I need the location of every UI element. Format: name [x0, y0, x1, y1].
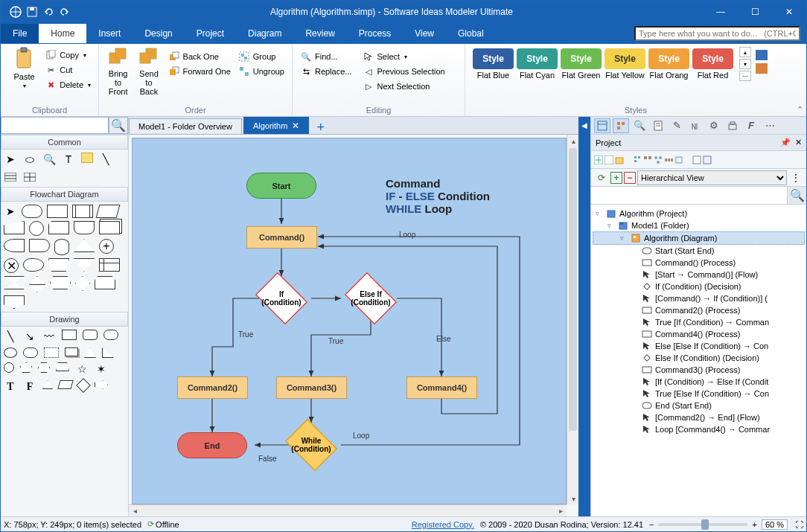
copy-button[interactable]: Copy ▾ [43, 48, 92, 62]
style-swatch[interactable]: Style [605, 48, 645, 69]
toolbox-search-input[interactable] [1, 117, 109, 134]
panel-btn-4[interactable] [650, 118, 666, 133]
add-tree-item-icon[interactable]: + [610, 172, 622, 184]
ribbon-tab-global[interactable]: Global [446, 24, 496, 43]
tree-row[interactable]: Start (Start End) [593, 245, 805, 257]
undo-icon[interactable] [41, 4, 56, 19]
draw-pentagon-icon[interactable] [20, 362, 32, 373]
tree-row[interactable]: Loop [Command4() → Commar [593, 423, 805, 435]
panel-btn-8[interactable] [724, 118, 741, 133]
style-swatch[interactable]: Style [692, 48, 733, 69]
proj-tb-6[interactable] [654, 156, 663, 164]
registered-link[interactable]: Registered Copy. [412, 520, 474, 529]
ribbon-tab-process[interactable]: Process [347, 24, 403, 43]
bring-to-front-button[interactable]: Bring to Front [105, 47, 131, 96]
toolbox-section-flowchart[interactable]: Flowchart Diagram [1, 187, 128, 202]
ribbon-collapse-icon[interactable]: ⌃ [797, 105, 803, 115]
sum-shape[interactable]: ✕ [4, 258, 19, 273]
database-shape[interactable] [54, 239, 69, 255]
table-tool-icon[interactable] [4, 170, 17, 184]
process-shape[interactable] [47, 205, 68, 218]
horizontal-scrollbar[interactable]: ◂ ▸ [129, 504, 567, 516]
line-tool-icon[interactable]: ╲ [99, 153, 112, 166]
style-swatch[interactable]: Style [561, 48, 602, 69]
remove-tree-item-icon[interactable]: − [624, 172, 636, 184]
ribbon-tab-project[interactable]: Project [185, 24, 236, 43]
project-tree[interactable]: ▿Algorithm (Project)▿Model1 (Folder)▿Alg… [591, 205, 806, 516]
draw-parallelogram-icon[interactable] [57, 380, 73, 389]
forward-one-button[interactable]: Forward One [167, 65, 232, 78]
pin-icon[interactable]: 📌 [780, 138, 791, 147]
sort-shape[interactable] [29, 276, 45, 292]
node-elseif[interactable]: Else If (Condition) [341, 276, 401, 321]
proj-tb-7[interactable] [664, 156, 673, 164]
prev-selection-button[interactable]: ◁Previous Selection [361, 65, 447, 78]
merge-shape[interactable] [74, 258, 95, 272]
zoom-value[interactable]: 60 % [762, 519, 788, 530]
ribbon-tab-design[interactable]: Design [133, 24, 184, 43]
tree-row[interactable]: ▿Model1 (Folder) [593, 219, 805, 231]
draw-text-icon[interactable]: T [4, 380, 17, 394]
extract-shape[interactable] [74, 239, 95, 252]
back-one-button[interactable]: Back One [167, 50, 232, 63]
panel-btn-1[interactable] [594, 118, 610, 133]
zoom-slider[interactable] [658, 523, 747, 526]
collate-shape[interactable] [4, 276, 25, 289]
toolbox-section-drawing[interactable]: Drawing [1, 312, 128, 327]
draw-roundrect-icon[interactable] [83, 330, 98, 340]
ribbon-tab-home[interactable]: Home [39, 24, 86, 43]
minimize-button[interactable]: — [704, 1, 738, 23]
toolbox-search-button[interactable]: 🔍 [109, 117, 128, 134]
ribbon-tab-view[interactable]: View [403, 24, 446, 43]
panel-btn-9[interactable]: F [743, 118, 759, 133]
draw-trapezoid-icon[interactable] [56, 362, 69, 371]
draw-rect-icon[interactable] [62, 330, 77, 340]
node-start[interactable]: Start [246, 173, 316, 199]
replace-button[interactable]: ⇆Replace... [299, 65, 354, 78]
draw-pill-icon[interactable] [103, 330, 118, 340]
tab-close-icon[interactable]: ✕ [292, 121, 299, 131]
panel-close-icon[interactable]: ✕ [795, 138, 802, 147]
send-to-back-button[interactable]: Send to Back [135, 47, 162, 96]
draw-arrow-icon[interactable]: ↘ [23, 330, 36, 343]
zoom-tool-icon[interactable]: 🔍 [42, 153, 56, 166]
draw-up-triangle-icon[interactable] [42, 380, 53, 389]
internal-storage-shape[interactable] [99, 258, 120, 272]
tree-expander-icon[interactable]: ▿ [620, 234, 628, 242]
document-shape[interactable] [74, 221, 95, 234]
draw-triangle-icon[interactable] [84, 347, 96, 358]
scroll-right-icon[interactable]: ▸ [555, 505, 567, 517]
node-command2[interactable]: Command2() [177, 376, 248, 399]
paste-button[interactable]: Paste▾ [7, 47, 42, 92]
node-command3[interactable]: Command3() [276, 376, 347, 399]
connector-shape[interactable] [29, 221, 44, 236]
multi-document-shape[interactable] [99, 221, 120, 234]
draw-burst-icon[interactable]: ✶ [95, 362, 108, 376]
tree-row[interactable]: ▿Algorithm (Project) [593, 208, 805, 219]
or-shape[interactable]: + [99, 239, 114, 254]
predefined-process-shape[interactable] [72, 205, 93, 218]
app-logo-icon[interactable] [8, 4, 23, 19]
draw-curve-icon[interactable]: 〰 [42, 330, 56, 343]
proj-tb-5[interactable] [643, 156, 652, 164]
style-preset-2-icon[interactable] [756, 63, 768, 74]
style-swatch[interactable]: Style [517, 48, 558, 69]
proj-tb-8[interactable] [674, 156, 683, 164]
draw-capsule-icon[interactable] [23, 347, 38, 358]
ungroup-button[interactable]: Ungroup [237, 65, 286, 78]
cut-button[interactable]: ✂Cut [43, 63, 92, 77]
tree-row[interactable]: True [If (Condition) → Comman [593, 316, 805, 328]
panel-btn-7[interactable]: ⚙ [706, 118, 722, 133]
menu-file[interactable]: File [1, 24, 39, 43]
tree-row[interactable]: ▿Algorithm (Diagram) [593, 231, 805, 245]
draw-ellipse-icon[interactable] [4, 347, 17, 358]
close-button[interactable]: ✕ [772, 1, 806, 23]
draw-font-icon[interactable]: F [23, 380, 36, 394]
style-swatch[interactable]: Style [473, 48, 514, 69]
zoom-knob[interactable] [701, 519, 709, 530]
tab-model1[interactable]: Model1 - Folder Overview [129, 118, 242, 134]
node-if[interactable]: If (Condition) [252, 276, 311, 321]
node-command0[interactable]: Command() [246, 226, 317, 249]
styles-scroll-down[interactable]: ▾ [739, 59, 751, 69]
tree-row[interactable]: True [Else If (Condition) → Con [593, 388, 805, 400]
